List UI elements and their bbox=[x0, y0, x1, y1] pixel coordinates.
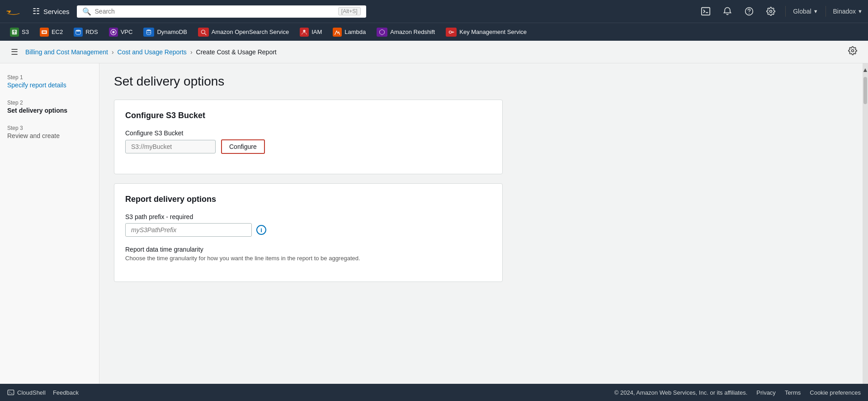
configure-s3-section-title: Configure S3 Bucket bbox=[125, 111, 491, 120]
svg-rect-16 bbox=[8, 390, 14, 395]
search-shortcut: [Alt+S] bbox=[338, 7, 361, 15]
rds-icon bbox=[74, 28, 83, 37]
breadcrumb-sep-2: › bbox=[190, 48, 193, 56]
region-label: Global bbox=[793, 8, 811, 15]
step-1-item: Step 1 Specify report details bbox=[7, 74, 92, 89]
step-2-label: Step 2 bbox=[7, 100, 92, 106]
s3-bucket-field-row: Configure bbox=[125, 139, 491, 154]
main-content-area: Set delivery options Configure S3 Bucket… bbox=[99, 63, 863, 384]
bell-icon[interactable] bbox=[720, 4, 735, 19]
feedback-button[interactable]: Feedback bbox=[53, 389, 79, 396]
svg-point-14 bbox=[449, 31, 452, 33]
top-navigation: aws ☷ Services 🔍 [Alt+S] Global ▼ bbox=[0, 0, 868, 23]
cloudshell-button[interactable]: CloudShell bbox=[7, 389, 46, 396]
step-3-label: Step 3 bbox=[7, 125, 92, 131]
svg-point-9 bbox=[112, 31, 114, 33]
terminal-icon[interactable] bbox=[698, 4, 713, 19]
configure-button[interactable]: Configure bbox=[221, 139, 265, 154]
configure-s3-field-group: Configure S3 Bucket Configure bbox=[125, 129, 491, 154]
account-label: Binadox bbox=[833, 8, 856, 15]
dynamodb-label: DynamoDB bbox=[157, 29, 187, 35]
terms-link[interactable]: Terms bbox=[785, 389, 801, 396]
svg-point-3 bbox=[770, 10, 772, 13]
service-pill-redshift[interactable]: Amazon Redshift bbox=[372, 26, 439, 38]
iam-icon bbox=[300, 28, 309, 37]
right-scrollbar[interactable]: ▲ bbox=[863, 63, 868, 384]
step-2-title: Set delivery options bbox=[7, 107, 92, 114]
granularity-label: Report data time granularity bbox=[125, 246, 491, 253]
service-pill-lambda[interactable]: Lambda bbox=[328, 26, 370, 38]
svg-point-12 bbox=[303, 29, 305, 32]
breadcrumb-billing-link[interactable]: Billing and Cost Management bbox=[25, 48, 108, 56]
svg-text:aws: aws bbox=[6, 10, 11, 12]
s3-path-info-icon[interactable]: i bbox=[256, 225, 266, 235]
services-label: Services bbox=[43, 8, 70, 15]
kms-icon bbox=[446, 28, 457, 37]
account-chevron: ▼ bbox=[858, 9, 863, 14]
lambda-label: Lambda bbox=[344, 29, 366, 35]
redshift-label: Amazon Redshift bbox=[390, 29, 435, 35]
s3-path-field-label: S3 path prefix - required bbox=[125, 213, 491, 220]
s3-label: S3 bbox=[22, 29, 29, 35]
s3-path-input-row: i bbox=[125, 223, 491, 237]
s3-bucket-field-label: Configure S3 Bucket bbox=[125, 129, 491, 137]
vpc-label: VPC bbox=[121, 29, 133, 35]
service-pill-opensearch[interactable]: Amazon OpenSearch Service bbox=[193, 26, 293, 38]
service-shortcuts-bar: S3 EC2 RDS VPC DynamoDB Amazon OpenSearc… bbox=[0, 23, 868, 41]
grid-icon: ☷ bbox=[33, 6, 40, 16]
breadcrumb-bar: ☰ Billing and Cost Management › Cost and… bbox=[0, 41, 868, 63]
scroll-up-arrow[interactable]: ▲ bbox=[860, 64, 868, 75]
service-pill-dynamodb[interactable]: DynamoDB bbox=[139, 26, 191, 38]
page-title: Set delivery options bbox=[114, 74, 848, 89]
privacy-link[interactable]: Privacy bbox=[756, 389, 776, 396]
nav-divider bbox=[785, 6, 786, 17]
s3-bucket-input[interactable] bbox=[125, 140, 216, 153]
opensearch-label: Amazon OpenSearch Service bbox=[212, 29, 289, 35]
services-menu[interactable]: ☷ Services bbox=[29, 5, 73, 18]
step-1-link[interactable]: Specify report details bbox=[7, 81, 66, 89]
bottom-bar-right: © 2024, Amazon Web Services, Inc. or its… bbox=[614, 389, 861, 396]
step-3-item: Step 3 Review and create bbox=[7, 125, 92, 139]
breadcrumb-sep-1: › bbox=[112, 48, 114, 56]
steps-sidebar: Step 1 Specify report details Step 2 Set… bbox=[0, 63, 99, 384]
svg-marker-13 bbox=[380, 29, 385, 35]
lambda-icon bbox=[333, 28, 342, 37]
breadcrumb-reports-link[interactable]: Cost and Usage Reports bbox=[118, 48, 187, 56]
ec2-label: EC2 bbox=[52, 29, 63, 35]
service-pill-kms[interactable]: Key Management Service bbox=[441, 26, 531, 38]
report-delivery-card: Report delivery options S3 path prefix -… bbox=[114, 183, 503, 282]
service-pill-rds[interactable]: RDS bbox=[69, 26, 102, 38]
s3-path-input[interactable] bbox=[125, 223, 252, 237]
scroll-thumb[interactable] bbox=[863, 77, 867, 104]
service-pill-vpc[interactable]: VPC bbox=[104, 26, 137, 38]
nav-right-actions: Global ▼ Binadox ▼ bbox=[698, 4, 863, 19]
svg-point-11 bbox=[201, 30, 205, 33]
search-input[interactable] bbox=[95, 8, 335, 15]
dynamodb-icon bbox=[143, 28, 154, 37]
kms-label: Key Management Service bbox=[459, 29, 527, 35]
page-settings-icon[interactable] bbox=[848, 48, 857, 57]
cloudshell-label: CloudShell bbox=[17, 389, 46, 396]
aws-logo[interactable]: aws bbox=[5, 3, 22, 19]
svg-rect-1 bbox=[702, 8, 710, 15]
cookie-preferences-link[interactable]: Cookie preferences bbox=[810, 389, 861, 396]
account-menu[interactable]: Binadox ▼ bbox=[833, 8, 863, 15]
svg-point-7 bbox=[76, 29, 81, 31]
hamburger-icon[interactable]: ☰ bbox=[11, 47, 18, 57]
svg-point-15 bbox=[852, 50, 854, 52]
service-pill-ec2[interactable]: EC2 bbox=[35, 26, 67, 38]
service-pill-s3[interactable]: S3 bbox=[5, 26, 33, 38]
breadcrumb-right-actions bbox=[848, 46, 857, 57]
step-2-item: Step 2 Set delivery options bbox=[7, 100, 92, 114]
bottom-bar: CloudShell Feedback © 2024, Amazon Web S… bbox=[0, 384, 868, 401]
s3-path-field-group: S3 path prefix - required i bbox=[125, 213, 491, 237]
step-3-title: Review and create bbox=[7, 132, 92, 139]
settings-icon[interactable] bbox=[764, 4, 778, 19]
service-pill-iam[interactable]: IAM bbox=[295, 26, 326, 38]
vpc-icon bbox=[109, 28, 118, 37]
search-bar[interactable]: 🔍 [Alt+S] bbox=[77, 5, 366, 18]
svg-point-10 bbox=[147, 29, 151, 31]
redshift-icon bbox=[377, 28, 387, 37]
region-selector[interactable]: Global ▼ bbox=[793, 8, 818, 15]
help-icon[interactable] bbox=[742, 4, 756, 19]
